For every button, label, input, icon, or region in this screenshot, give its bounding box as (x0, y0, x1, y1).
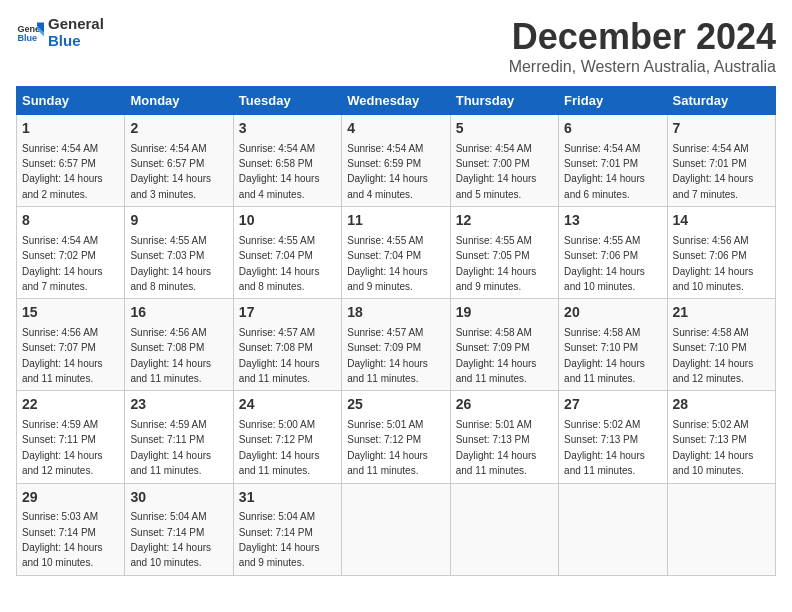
daylight-info: Daylight: 14 hours and 8 minutes. (130, 266, 211, 292)
calendar-cell: 22 Sunrise: 4:59 AM Sunset: 7:11 PM Dayl… (17, 391, 125, 483)
daylight-info: Daylight: 14 hours and 11 minutes. (456, 358, 537, 384)
sunrise-info: Sunrise: 4:56 AM (673, 235, 749, 246)
daylight-info: Daylight: 14 hours and 11 minutes. (564, 358, 645, 384)
calendar-cell: 9 Sunrise: 4:55 AM Sunset: 7:03 PM Dayli… (125, 207, 233, 299)
header-cell-wednesday: Wednesday (342, 87, 450, 115)
calendar-cell (342, 483, 450, 575)
logo-icon: General Blue (16, 19, 44, 47)
daylight-info: Daylight: 14 hours and 10 minutes. (130, 542, 211, 568)
sunrise-info: Sunrise: 4:56 AM (22, 327, 98, 338)
sunset-info: Sunset: 7:14 PM (130, 527, 204, 538)
sunrise-info: Sunrise: 4:55 AM (239, 235, 315, 246)
sunrise-info: Sunrise: 5:01 AM (347, 419, 423, 430)
sunset-info: Sunset: 6:59 PM (347, 158, 421, 169)
sunset-info: Sunset: 6:58 PM (239, 158, 313, 169)
calendar-cell: 11 Sunrise: 4:55 AM Sunset: 7:04 PM Dayl… (342, 207, 450, 299)
calendar-cell: 13 Sunrise: 4:55 AM Sunset: 7:06 PM Dayl… (559, 207, 667, 299)
day-number: 28 (673, 395, 770, 415)
daylight-info: Daylight: 14 hours and 4 minutes. (347, 173, 428, 199)
sunrise-info: Sunrise: 4:58 AM (564, 327, 640, 338)
calendar-cell: 20 Sunrise: 4:58 AM Sunset: 7:10 PM Dayl… (559, 299, 667, 391)
daylight-info: Daylight: 14 hours and 2 minutes. (22, 173, 103, 199)
day-number: 4 (347, 119, 444, 139)
sunset-info: Sunset: 7:11 PM (130, 434, 204, 445)
calendar-week-3: 15 Sunrise: 4:56 AM Sunset: 7:07 PM Dayl… (17, 299, 776, 391)
sunset-info: Sunset: 7:14 PM (239, 527, 313, 538)
sunset-info: Sunset: 7:02 PM (22, 250, 96, 261)
sunset-info: Sunset: 6:57 PM (130, 158, 204, 169)
daylight-info: Daylight: 14 hours and 10 minutes. (673, 266, 754, 292)
day-number: 3 (239, 119, 336, 139)
sunrise-info: Sunrise: 5:01 AM (456, 419, 532, 430)
sunset-info: Sunset: 7:11 PM (22, 434, 96, 445)
calendar-cell: 23 Sunrise: 4:59 AM Sunset: 7:11 PM Dayl… (125, 391, 233, 483)
day-number: 2 (130, 119, 227, 139)
calendar-cell: 17 Sunrise: 4:57 AM Sunset: 7:08 PM Dayl… (233, 299, 341, 391)
day-number: 17 (239, 303, 336, 323)
header-cell-saturday: Saturday (667, 87, 775, 115)
sunset-info: Sunset: 7:09 PM (456, 342, 530, 353)
day-number: 24 (239, 395, 336, 415)
sunset-info: Sunset: 7:13 PM (564, 434, 638, 445)
calendar-cell: 5 Sunrise: 4:54 AM Sunset: 7:00 PM Dayli… (450, 115, 558, 207)
daylight-info: Daylight: 14 hours and 9 minutes. (239, 542, 320, 568)
day-number: 11 (347, 211, 444, 231)
header-cell-sunday: Sunday (17, 87, 125, 115)
logo: General Blue General Blue (16, 16, 104, 49)
sunset-info: Sunset: 7:09 PM (347, 342, 421, 353)
daylight-info: Daylight: 14 hours and 11 minutes. (239, 450, 320, 476)
sunset-info: Sunset: 7:08 PM (130, 342, 204, 353)
sunset-info: Sunset: 7:00 PM (456, 158, 530, 169)
daylight-info: Daylight: 14 hours and 10 minutes. (564, 266, 645, 292)
header-cell-friday: Friday (559, 87, 667, 115)
sunset-info: Sunset: 7:10 PM (564, 342, 638, 353)
sunset-info: Sunset: 7:14 PM (22, 527, 96, 538)
sunset-info: Sunset: 7:12 PM (239, 434, 313, 445)
sunset-info: Sunset: 7:04 PM (347, 250, 421, 261)
calendar-cell: 31 Sunrise: 5:04 AM Sunset: 7:14 PM Dayl… (233, 483, 341, 575)
sunset-info: Sunset: 7:03 PM (130, 250, 204, 261)
sunset-info: Sunset: 7:13 PM (673, 434, 747, 445)
sunrise-info: Sunrise: 4:54 AM (130, 143, 206, 154)
daylight-info: Daylight: 14 hours and 12 minutes. (673, 358, 754, 384)
daylight-info: Daylight: 14 hours and 11 minutes. (130, 358, 211, 384)
day-number: 29 (22, 488, 119, 508)
calendar-cell: 18 Sunrise: 4:57 AM Sunset: 7:09 PM Dayl… (342, 299, 450, 391)
calendar-cell: 26 Sunrise: 5:01 AM Sunset: 7:13 PM Dayl… (450, 391, 558, 483)
calendar-cell: 21 Sunrise: 4:58 AM Sunset: 7:10 PM Dayl… (667, 299, 775, 391)
day-number: 5 (456, 119, 553, 139)
calendar-table: SundayMondayTuesdayWednesdayThursdayFrid… (16, 86, 776, 576)
day-number: 23 (130, 395, 227, 415)
day-number: 25 (347, 395, 444, 415)
sunrise-info: Sunrise: 4:59 AM (130, 419, 206, 430)
calendar-cell: 28 Sunrise: 5:02 AM Sunset: 7:13 PM Dayl… (667, 391, 775, 483)
header-cell-thursday: Thursday (450, 87, 558, 115)
sunset-info: Sunset: 7:04 PM (239, 250, 313, 261)
svg-text:Blue: Blue (17, 33, 37, 43)
sunrise-info: Sunrise: 4:58 AM (456, 327, 532, 338)
sunset-info: Sunset: 7:06 PM (673, 250, 747, 261)
daylight-info: Daylight: 14 hours and 11 minutes. (130, 450, 211, 476)
sunrise-info: Sunrise: 4:55 AM (564, 235, 640, 246)
calendar-cell: 24 Sunrise: 5:00 AM Sunset: 7:12 PM Dayl… (233, 391, 341, 483)
daylight-info: Daylight: 14 hours and 10 minutes. (22, 542, 103, 568)
sunrise-info: Sunrise: 4:55 AM (130, 235, 206, 246)
calendar-cell: 6 Sunrise: 4:54 AM Sunset: 7:01 PM Dayli… (559, 115, 667, 207)
calendar-cell (559, 483, 667, 575)
logo-line2: Blue (48, 33, 104, 50)
day-number: 19 (456, 303, 553, 323)
calendar-cell (667, 483, 775, 575)
daylight-info: Daylight: 14 hours and 9 minutes. (347, 266, 428, 292)
daylight-info: Daylight: 14 hours and 11 minutes. (347, 450, 428, 476)
sunset-info: Sunset: 6:57 PM (22, 158, 96, 169)
daylight-info: Daylight: 14 hours and 11 minutes. (564, 450, 645, 476)
daylight-info: Daylight: 14 hours and 11 minutes. (456, 450, 537, 476)
calendar-cell (450, 483, 558, 575)
calendar-cell: 10 Sunrise: 4:55 AM Sunset: 7:04 PM Dayl… (233, 207, 341, 299)
daylight-info: Daylight: 14 hours and 9 minutes. (456, 266, 537, 292)
day-number: 31 (239, 488, 336, 508)
sunset-info: Sunset: 7:10 PM (673, 342, 747, 353)
calendar-week-1: 1 Sunrise: 4:54 AM Sunset: 6:57 PM Dayli… (17, 115, 776, 207)
sunrise-info: Sunrise: 5:02 AM (673, 419, 749, 430)
calendar-cell: 30 Sunrise: 5:04 AM Sunset: 7:14 PM Dayl… (125, 483, 233, 575)
